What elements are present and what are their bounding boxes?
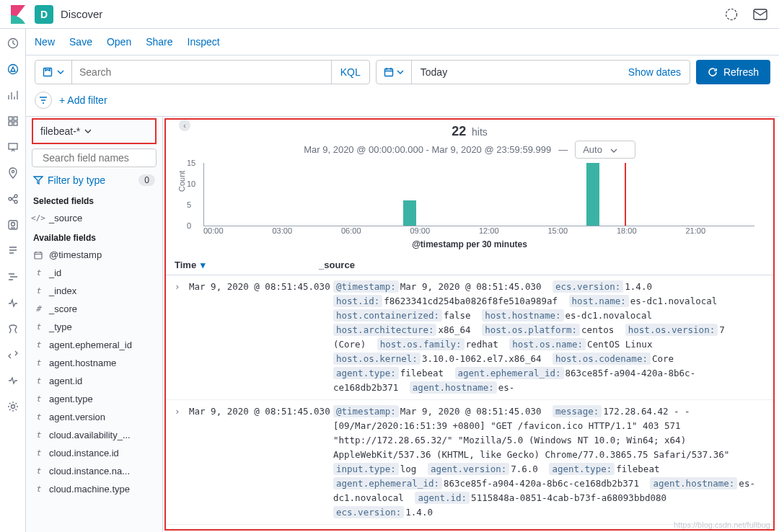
new-button[interactable]: New	[35, 36, 55, 48]
field-value: false	[444, 310, 471, 321]
field-value: 3.10.0-1062.el7.x86_64	[422, 353, 542, 364]
field-item[interactable]: t_type	[26, 318, 162, 336]
nav-dashboard-icon[interactable]	[6, 114, 20, 128]
add-filter-button[interactable]: + Add filter	[59, 94, 107, 106]
field-key: agent.ephemeral_id:	[455, 367, 564, 379]
field-item[interactable]: tagent.id	[26, 372, 162, 390]
fullscreen-icon[interactable]	[721, 4, 741, 25]
field-item[interactable]: t_index	[26, 282, 162, 300]
field-item[interactable]: tagent.ephemeral_id	[26, 336, 162, 354]
field-item[interactable]: tagent.version	[26, 408, 162, 426]
field-item[interactable]: tcloud.availability_...	[26, 426, 162, 444]
field-item[interactable]: @timestamp	[26, 246, 162, 264]
field-search-box[interactable]	[32, 148, 157, 167]
field-name: _index	[49, 285, 76, 296]
mail-icon[interactable]	[750, 4, 770, 25]
histogram-bar[interactable]	[586, 163, 599, 226]
field-key: host.containerized:	[333, 309, 442, 322]
field-value: 863ce85f-a904-420a-8b6c-ce168db2b371	[444, 478, 639, 489]
share-button[interactable]: Share	[146, 36, 172, 48]
nav-dev-icon[interactable]	[6, 347, 20, 362]
calendar-icon[interactable]	[377, 61, 412, 84]
selected-fields-heading: Selected fields	[26, 190, 162, 209]
field-key: agent.ephemeral_id:	[333, 477, 442, 489]
field-search-input[interactable]	[43, 152, 169, 164]
nav-recent-icon[interactable]	[6, 36, 20, 50]
x-axis-title: @timestamp per 30 minutes	[185, 235, 754, 249]
field-key: agent.version:	[428, 463, 509, 475]
hit-count: 22	[452, 124, 466, 138]
filter-by-type-label: Filter by type	[48, 174, 105, 186]
field-value: Mar 9, 2020 @ 08:51:45.030	[400, 406, 542, 417]
field-item[interactable]: t_id	[26, 264, 162, 282]
field-type-icon: #	[33, 304, 43, 314]
open-button[interactable]: Open	[107, 36, 131, 48]
show-dates-link[interactable]: Show dates	[628, 61, 690, 84]
inspect-button[interactable]: Inspect	[188, 36, 220, 48]
nav-siem-icon[interactable]	[6, 322, 20, 336]
nav-uptime-icon[interactable]	[6, 296, 20, 310]
search-input[interactable]	[72, 61, 331, 84]
field-item[interactable]: #_score	[26, 300, 162, 318]
nav-monitoring-icon[interactable]	[6, 373, 20, 388]
nav-metrics-icon[interactable]	[6, 218, 20, 232]
svg-rect-4	[9, 117, 12, 120]
field-key: ecs.version:	[333, 506, 404, 518]
nav-maps-icon[interactable]	[6, 166, 20, 180]
field-name: @timestamp	[49, 249, 102, 260]
histogram-chart[interactable]: Count 051015 00:0003:0006:0009:0012:0015…	[166, 163, 773, 255]
field-key: host.architecture:	[333, 324, 436, 336]
filter-options-icon[interactable]	[35, 92, 52, 109]
field-value: 7.6.0	[511, 464, 538, 474]
refresh-button[interactable]: Refresh	[696, 60, 770, 84]
field-item[interactable]: tagent.hostname	[26, 354, 162, 372]
date-picker[interactable]: Today Show dates	[376, 60, 690, 84]
field-item[interactable]: tcloud.instance.id	[26, 444, 162, 462]
filter-by-type[interactable]: Filter by type 0	[26, 170, 162, 190]
field-key: host.id:	[333, 295, 382, 307]
svg-point-3	[8, 65, 17, 74]
field-name: _type	[49, 322, 72, 332]
kibana-logo-icon	[9, 5, 27, 24]
field-type-icon: t	[33, 268, 43, 278]
histogram-bar[interactable]	[403, 200, 416, 226]
field-type-icon: </>	[33, 213, 43, 223]
field-key: ecs.version:	[553, 280, 623, 293]
row-timestamp: Mar 9, 2020 @ 08:51:45.030	[189, 404, 333, 520]
row-timestamp: Mar 9, 2020 @ 08:51:45.030	[189, 280, 333, 395]
field-type-icon: t	[33, 286, 43, 296]
field-item[interactable]: </>_source	[26, 209, 162, 227]
field-name: cloud.machine.type	[49, 484, 130, 495]
field-item[interactable]: tcloud.machine.type	[26, 480, 162, 498]
logo-block: D Discover	[9, 5, 102, 24]
index-pattern-selector[interactable]: filebeat-*	[32, 118, 157, 144]
expand-row-button[interactable]: ›	[175, 404, 189, 520]
field-value: filebeat	[616, 464, 659, 474]
document-table: Time ▾ _source ›Mar 9, 2020 @ 08:51:45.0…	[166, 255, 773, 529]
field-value: f8623341cd254ba0826f8fe510a989af	[384, 296, 558, 306]
interval-select[interactable]: Auto	[575, 141, 635, 159]
save-button[interactable]: Save	[69, 36, 92, 48]
nav-visualize-icon[interactable]	[6, 88, 20, 102]
source-column-header[interactable]: _source	[319, 260, 355, 270]
field-value: filebeat	[400, 368, 444, 378]
field-value: centos	[581, 324, 614, 335]
kql-toggle[interactable]: KQL	[331, 61, 369, 84]
field-value: es-dc1.novalocal	[630, 296, 717, 306]
field-item[interactable]: tagent.type	[26, 390, 162, 408]
field-value: log	[400, 464, 417, 474]
nav-apm-icon[interactable]	[6, 270, 20, 284]
time-column-header[interactable]: Time ▾	[175, 260, 319, 270]
nav-management-icon[interactable]	[6, 399, 20, 414]
nav-discover-icon[interactable]	[6, 62, 20, 76]
nav-logs-icon[interactable]	[6, 244, 20, 258]
row-source: @timestamp:Mar 9, 2020 @ 08:51:45.030 ec…	[333, 280, 765, 395]
saved-query-button[interactable]	[35, 61, 72, 84]
expand-row-button[interactable]: ›	[175, 280, 189, 395]
nav-canvas-icon[interactable]	[6, 140, 20, 154]
nav-ml-icon[interactable]	[6, 192, 20, 206]
field-key: host.hostname:	[482, 309, 563, 322]
field-value: CentOS Linux	[587, 339, 652, 350]
collapse-sidebar-icon[interactable]: ‹	[179, 120, 190, 131]
field-item[interactable]: tcloud.instance.na...	[26, 462, 162, 480]
